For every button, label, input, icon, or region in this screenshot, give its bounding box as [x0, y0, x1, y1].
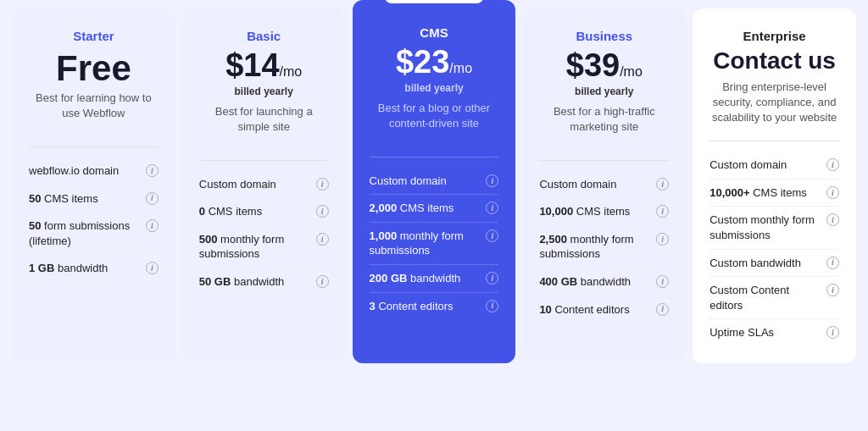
feature-text: 1,000 monthly form submissions — [370, 229, 481, 258]
plan-price-cms: $23/mo — [396, 45, 472, 80]
divider-cms — [370, 157, 499, 157]
divider-enterprise — [709, 141, 839, 141]
info-icon[interactable]: i — [486, 174, 498, 187]
plan-billed-basic: billed yearly — [199, 86, 329, 97]
info-icon[interactable]: i — [826, 186, 839, 199]
divider-basic — [199, 160, 329, 161]
plan-price-basic: $14/mo — [225, 48, 302, 84]
feature-text: webflow.io domain — [29, 163, 119, 179]
feature-item: Custom domain i — [370, 168, 499, 196]
plan-price-starter: Free — [29, 48, 159, 89]
feature-item: Custom domain i — [199, 171, 329, 199]
feature-list-starter: webflow.io domain i 50 CMS items i 50 fo… — [29, 157, 159, 282]
feature-text: 10,000 CMS items — [539, 204, 630, 219]
info-icon[interactable]: i — [486, 272, 498, 285]
info-icon[interactable]: i — [826, 213, 839, 226]
info-icon[interactable]: i — [486, 229, 498, 242]
plan-card-business: Business $39/mo billed yearly Best for a… — [522, 8, 686, 363]
info-icon[interactable]: i — [656, 275, 669, 288]
feature-item: 3 Content editors i — [370, 293, 499, 320]
info-icon[interactable]: i — [316, 275, 329, 288]
info-icon[interactable]: i — [146, 219, 159, 232]
feature-item: 0 CMS items i — [199, 198, 329, 226]
plan-name-business: Business — [539, 29, 669, 43]
info-icon[interactable]: i — [146, 262, 159, 274]
feature-list-business: Custom domain i 10,000 CMS items i 2,500… — [539, 171, 669, 323]
plan-billed-business: billed yearly — [539, 86, 669, 97]
feature-text: 500 monthly form submissions — [199, 232, 311, 262]
feature-item: Custom monthly form submissions i — [709, 207, 839, 249]
info-icon[interactable]: i — [656, 178, 669, 191]
feature-text: 10,000+ CMS items — [709, 185, 807, 201]
feature-text: 2,000 CMS items — [370, 201, 454, 216]
feature-item: 10 Content editors i — [539, 296, 669, 323]
info-icon[interactable]: i — [486, 202, 498, 214]
feature-item: 400 GB bandwidth i — [539, 268, 669, 296]
feature-text: Custom domain — [539, 177, 616, 192]
feature-text: Custom monthly form submissions — [709, 213, 821, 242]
plan-name-starter: Starter — [29, 29, 159, 43]
plan-card-basic: Basic $14/mo billed yearly Best for laun… — [182, 8, 346, 363]
info-icon[interactable]: i — [656, 303, 669, 316]
feature-item: 10,000+ CMS items i — [709, 180, 839, 207]
info-icon[interactable]: i — [826, 158, 839, 171]
feature-item: 50 form submissions (lifetime) i — [29, 213, 159, 255]
feature-text: 200 GB bandwidth — [370, 271, 461, 286]
feature-text: Custom domain — [709, 157, 787, 173]
feature-item: 10,000 CMS items i — [539, 198, 669, 226]
pricing-table: Starter Free Best for learning how to us… — [8, 8, 860, 363]
feature-item: 2,500 monthly form submissions i — [539, 226, 669, 268]
feature-item: 2,000 CMS items i — [370, 195, 499, 223]
info-icon[interactable]: i — [486, 300, 498, 312]
feature-item: Custom domain i — [539, 171, 669, 199]
plan-desc-starter: Best for learning how to use Webflow — [29, 91, 159, 131]
feature-text: 50 form submissions (lifetime) — [29, 218, 141, 248]
feature-item: 50 CMS items i — [29, 185, 159, 213]
plan-desc-business: Best for a high-traffic marketing site — [539, 104, 669, 145]
feature-text: 50 GB bandwidth — [199, 274, 284, 290]
feature-text: Custom domain — [370, 174, 447, 189]
info-icon[interactable]: i — [146, 192, 159, 205]
feature-text: Custom bandwidth — [709, 256, 801, 271]
info-icon[interactable]: i — [316, 178, 329, 191]
divider-starter — [29, 146, 159, 147]
feature-item: 50 GB bandwidth i — [199, 268, 329, 296]
plan-desc-cms: Best for a blog or other content-driven … — [370, 101, 499, 141]
divider-business — [539, 160, 669, 161]
feature-text: 1 GB bandwidth — [29, 261, 108, 276]
plan-desc-enterprise: Bring enterprise-level security, complia… — [709, 80, 839, 126]
plan-price-row-cms: $23/mo — [370, 45, 499, 82]
feature-text: 3 Content editors — [370, 299, 453, 314]
plan-price-enterprise: Contact us — [709, 48, 839, 75]
feature-text: 400 GB bandwidth — [539, 274, 631, 290]
plan-card-enterprise: Enterprise Contact us Bring enterprise-l… — [693, 8, 856, 363]
info-icon[interactable]: i — [656, 233, 669, 246]
plan-name-cms: CMS — [370, 25, 499, 40]
plan-card-cms: MOST POPULAR CMS $23/mo billed yearly Be… — [353, 0, 516, 363]
info-icon[interactable]: i — [316, 205, 329, 218]
feature-text: 50 CMS items — [29, 191, 98, 207]
feature-text: Custom domain — [199, 177, 276, 192]
feature-text: Custom Content editors — [709, 283, 821, 312]
feature-item: Uptime SLAs i — [709, 319, 839, 346]
feature-item: 1,000 monthly form submissions i — [370, 223, 499, 265]
plan-price-business: $39/mo — [566, 48, 643, 84]
plan-desc-basic: Best for launching a simple site — [199, 104, 329, 145]
plan-price-row-business: $39/mo — [539, 48, 669, 86]
feature-item: 200 GB bandwidth i — [370, 265, 499, 293]
feature-item: webflow.io domain i — [29, 157, 159, 185]
feature-text: 2,500 monthly form submissions — [539, 232, 651, 262]
info-icon[interactable]: i — [826, 257, 839, 269]
info-icon[interactable]: i — [656, 205, 669, 218]
plan-name-basic: Basic — [199, 29, 329, 43]
feature-text: 10 Content editors — [539, 302, 629, 318]
info-icon[interactable]: i — [826, 284, 839, 296]
feature-item: Custom domain i — [709, 152, 839, 180]
feature-list-basic: Custom domain i 0 CMS items i 500 monthl… — [199, 171, 329, 296]
feature-item: 500 monthly form submissions i — [199, 226, 329, 268]
info-icon[interactable]: i — [146, 164, 159, 177]
plan-name-enterprise: Enterprise — [709, 29, 839, 43]
info-icon[interactable]: i — [316, 233, 329, 246]
most-popular-badge: MOST POPULAR — [384, 0, 485, 4]
info-icon[interactable]: i — [826, 326, 839, 339]
